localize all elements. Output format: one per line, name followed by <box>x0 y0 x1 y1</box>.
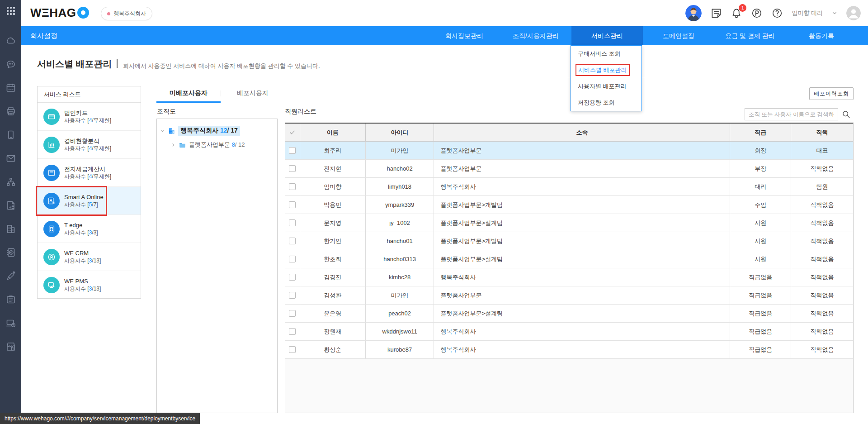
cell-id: limyh018 <box>366 178 434 195</box>
clipboard-icon[interactable] <box>0 288 21 311</box>
dropdown-menu-item[interactable]: 저장용량 조회 <box>571 95 642 111</box>
page-description: 회사에서 사용중인 서비스에 대하여 사용자 배포현황을 관리할 수 있습니다. <box>123 62 320 70</box>
corporate-card-icon <box>43 109 60 125</box>
dropdown-menu-item[interactable]: 구매서비스 조회 <box>571 46 642 62</box>
cell-dept: 행복주식회사 <box>434 178 730 195</box>
cell-grade: 직급없음 <box>730 305 791 322</box>
cell-name: 최주리 <box>300 142 366 159</box>
memo-icon[interactable] <box>710 7 722 19</box>
cell-dept: 플랫폼사업부문 <box>434 286 730 304</box>
service-list-item[interactable]: 전자세금계산서 사용자수 [4/무제한] <box>38 159 141 187</box>
cloud-icon[interactable] <box>0 29 21 52</box>
checkmark-icon <box>289 129 296 136</box>
row-checkbox[interactable] <box>289 201 296 208</box>
table-row[interactable]: 박용민 ympark339 플랫폼사업부문>개발팀 주임 직책없음 <box>285 196 853 214</box>
pen-icon[interactable] <box>0 264 21 288</box>
row-checkbox[interactable] <box>289 256 296 262</box>
service-list-item[interactable]: T edge 사용자수 [3/3] <box>38 215 141 243</box>
primary-navbar: 회사설정 회사정보관리 조직/사용자관리 서비스관리 도메인설정 요금 및 결제… <box>21 26 868 45</box>
service-list-item[interactable]: 법인카드 사용자수 [4/무제한] <box>38 103 141 131</box>
cell-jobtitle: 대표 <box>791 142 853 159</box>
service-name: WE PMS <box>64 277 101 285</box>
table-row[interactable]: 윤은영 peach02 플랫폼사업부문>설계팀 직급없음 직책없음 <box>285 305 853 323</box>
laptop-icon[interactable] <box>0 311 21 335</box>
apps-grid-icon[interactable] <box>0 0 21 22</box>
service-list-item[interactable]: WE PMS 사용자수 [3/13] <box>38 271 141 299</box>
service-list-item[interactable]: WE CRM 사용자수 [3/13] <box>38 243 141 271</box>
nav-item[interactable]: 요금 및 결제 관리 <box>714 26 786 45</box>
avatar-character-icon[interactable] <box>685 5 702 21</box>
wehago-logo[interactable]: WΞHAG <box>30 7 89 19</box>
row-checkbox[interactable] <box>289 219 296 226</box>
magnifier-icon[interactable] <box>838 108 854 120</box>
table-row[interactable]: 문지영 jy_1002 플랫폼사업부문>설계팀 사원 직책없음 <box>285 214 853 232</box>
row-checkbox[interactable] <box>289 238 296 244</box>
dropdown-menu-item[interactable]: 사용자별 배포관리 <box>571 78 642 95</box>
cell-id: 미가입 <box>366 142 434 159</box>
notifications-button[interactable]: 1 <box>731 7 742 19</box>
row-checkbox[interactable] <box>289 292 296 299</box>
chat-icon[interactable] <box>0 52 21 76</box>
service-list-item[interactable]: Smart A Online 사용자수 [5/7] <box>38 187 141 215</box>
table-row[interactable]: 황상순 kurobe87 행복주식회사 직급없음 직책없음 <box>285 341 853 359</box>
doc-share-icon[interactable] <box>0 194 21 217</box>
chevron-down-icon[interactable] <box>831 10 838 16</box>
nav-item[interactable]: 회사정보관리 <box>429 26 500 45</box>
table-row[interactable]: 김경진 kimhc28 행복주식회사 직급없음 직책없음 <box>285 268 853 286</box>
calendar-icon[interactable] <box>0 76 21 100</box>
table-row[interactable]: 한가인 hancho01 플랫폼사업부문>개발팀 사원 직책없음 <box>285 232 853 250</box>
table-row[interactable]: 전지현 hancho02 플랫폼사업부문 부장 직책없음 <box>285 160 853 178</box>
printer-icon[interactable] <box>0 100 21 123</box>
table-row[interactable]: 최주리 미가입 플랫폼사업부문 회장 대표 <box>285 142 853 160</box>
tree-root-label[interactable]: 행복주식회사 12/ 17 <box>178 126 240 136</box>
tree-child-label[interactable]: 플랫폼사업부문 8/ 12 <box>189 141 245 149</box>
cell-id: hancho0313 <box>366 250 434 268</box>
chevron-right-icon[interactable] <box>171 143 178 148</box>
service-list-item[interactable]: 경비현황분석 사용자수 [4/무제한] <box>38 131 141 159</box>
cell-jobtitle: 직책없음 <box>791 305 853 322</box>
table-row[interactable]: 한초희 hancho0313 플랫폼사업부문>설계팀 사원 직책없음 <box>285 250 853 268</box>
nav-item[interactable]: 도메인설정 <box>643 26 714 45</box>
nav-item[interactable]: 서비스관리 <box>571 26 643 45</box>
employee-table: 이름 아이디 소속 직급 직책 최주리 미가입 플랫폼사업부문 회장 대표 전지… <box>285 123 854 413</box>
chevron-down-icon[interactable] <box>160 129 167 133</box>
user-name[interactable]: 임미향 대리 <box>792 9 823 17</box>
tab[interactable]: 미배포사용자 <box>156 89 221 103</box>
deployment-history-button[interactable]: 배포이력조회 <box>809 87 854 100</box>
company-badge[interactable]: 행복주식회사 <box>101 7 152 20</box>
row-checkbox[interactable] <box>289 310 296 317</box>
contacts-icon[interactable] <box>0 241 21 264</box>
tab[interactable]: 배포사용자 <box>221 89 285 103</box>
row-checkbox[interactable] <box>289 346 296 353</box>
nav-item[interactable]: 활동기록 <box>786 26 857 45</box>
cell-jobtitle: 직책없음 <box>791 160 853 177</box>
dropdown-menu-item[interactable]: 서비스별 배포관리 <box>571 62 642 78</box>
logo-text: WΞHAG <box>30 7 76 19</box>
help-icon[interactable] <box>771 7 783 19</box>
service-list-title: 서비스 리스트 <box>38 86 141 103</box>
table-row[interactable]: 장원재 wkddnjswo11 행복주식회사 직급없음 직책없음 <box>285 323 853 341</box>
mail-icon[interactable] <box>0 147 21 170</box>
employee-list-title: 직원리스트 <box>285 108 316 116</box>
column-header-name: 이름 <box>300 124 366 141</box>
select-all-header[interactable] <box>285 124 300 141</box>
table-row[interactable]: 임미향 limyh018 행복주식회사 대리 팀원 <box>285 178 853 196</box>
search-input[interactable] <box>745 108 838 120</box>
service-name: T edge <box>64 221 98 229</box>
row-checkbox[interactable] <box>289 147 296 154</box>
row-checkbox[interactable] <box>289 328 296 335</box>
row-checkbox[interactable] <box>289 183 296 190</box>
table-row[interactable]: 김성환 미가입 플랫폼사업부문 직급없음 직책없음 <box>285 286 853 305</box>
row-checkbox[interactable] <box>289 165 296 172</box>
nav-item[interactable]: 조직/사용자관리 <box>500 26 571 45</box>
mobile-icon[interactable] <box>0 123 21 147</box>
service-user-count: 사용자수 [3/13] <box>64 257 101 264</box>
cell-grade: 회장 <box>730 142 791 159</box>
cell-id: kurobe87 <box>366 341 434 358</box>
org-chart-icon[interactable] <box>0 170 21 194</box>
p-circle-icon[interactable] <box>751 7 763 19</box>
store-icon[interactable] <box>0 335 21 358</box>
row-checkbox[interactable] <box>289 274 296 281</box>
avatar-placeholder-icon[interactable] <box>846 6 861 20</box>
building-icon[interactable] <box>0 217 21 241</box>
